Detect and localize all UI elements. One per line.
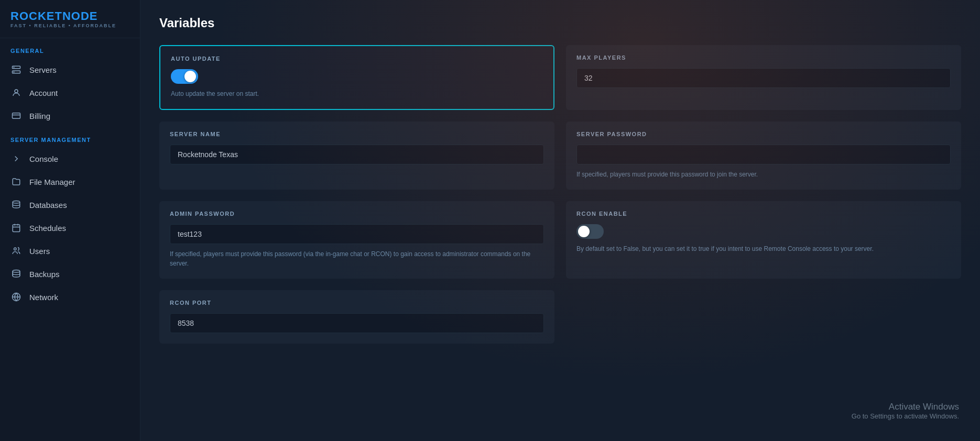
svg-rect-5 (13, 113, 20, 119)
server-password-description: If specified, players must provide this … (576, 170, 951, 179)
logo-prefix: ROCKET (10, 9, 62, 23)
sidebar-backups-label: Backups (29, 270, 60, 279)
server-name-label: SERVER NAME (170, 131, 544, 137)
rcon-enable-toggle-container (576, 224, 951, 239)
server-name-input[interactable] (170, 145, 544, 164)
section-label-general: GENERAL (0, 38, 140, 58)
svg-point-12 (14, 248, 17, 250)
file-manager-icon (10, 177, 22, 186)
logo-tagline: FAST • RELIABLE • AFFORDABLE (10, 23, 129, 28)
auto-update-card: AUTO UPDATE Auto update the server on st… (159, 45, 554, 110)
main-content: Variables AUTO UPDATE Auto update the se… (140, 0, 980, 441)
admin-password-input[interactable] (170, 224, 544, 244)
logo-suffix: NODE (62, 9, 98, 23)
rcon-port-card: RCON PORT (159, 290, 554, 344)
servers-icon (10, 65, 22, 74)
sidebar-servers-label: Servers (29, 65, 57, 74)
sidebar-item-console[interactable]: Console (0, 147, 140, 170)
sidebar-item-databases[interactable]: Databases (0, 193, 140, 216)
sidebar-databases-label: Databases (29, 201, 67, 210)
max-players-input[interactable] (576, 68, 951, 88)
toggle-thumb-on (184, 71, 196, 82)
sidebar-item-network[interactable]: Network (0, 285, 140, 308)
admin-password-description: If specified, players must provide this … (170, 249, 544, 268)
sidebar-billing-label: Billing (29, 112, 50, 120)
logo-brand: ROCKETNODE (10, 9, 129, 23)
svg-point-7 (13, 201, 20, 204)
console-icon (10, 154, 22, 163)
activate-windows-notice: Activate Windows Go to Settings to activ… (852, 402, 959, 420)
auto-update-description: Auto update the server on start. (171, 89, 543, 98)
sidebar-users-label: Users (29, 247, 50, 256)
server-password-card: SERVER PASSWORD If specified, players mu… (566, 122, 961, 190)
billing-icon (10, 111, 22, 120)
logo: ROCKETNODE FAST • RELIABLE • AFFORDABLE (0, 0, 140, 38)
rcon-enable-description: By default set to False, but you can set… (576, 244, 951, 253)
sidebar: ROCKETNODE FAST • RELIABLE • AFFORDABLE … (0, 0, 140, 441)
sidebar-network-label: Network (29, 293, 58, 302)
admin-password-card: ADMIN PASSWORD If specified, players mus… (159, 201, 554, 279)
rcon-enable-toggle[interactable] (576, 224, 604, 239)
variables-grid: AUTO UPDATE Auto update the server on st… (159, 45, 961, 344)
rcon-enable-label: RCON ENABLE (576, 211, 951, 217)
sidebar-item-users[interactable]: Users (0, 239, 140, 262)
admin-password-label: ADMIN PASSWORD (170, 211, 544, 217)
databases-icon (10, 200, 22, 210)
max-players-card: MAX PLAYERS (566, 45, 961, 110)
sidebar-item-file-manager[interactable]: File Manager (0, 170, 140, 193)
sidebar-console-label: Console (29, 155, 58, 163)
sidebar-file-manager-label: File Manager (29, 178, 75, 186)
sidebar-item-backups[interactable]: Backups (0, 262, 140, 285)
auto-update-label: AUTO UPDATE (171, 56, 543, 62)
server-password-input[interactable] (576, 145, 951, 164)
sidebar-item-schedules[interactable]: Schedules (0, 216, 140, 239)
svg-point-13 (13, 270, 20, 273)
sidebar-schedules-label: Schedules (29, 224, 66, 233)
rcon-port-label: RCON PORT (170, 300, 544, 306)
sidebar-item-servers[interactable]: Servers (0, 58, 140, 81)
auto-update-toggle[interactable] (171, 69, 198, 84)
network-icon (10, 292, 22, 302)
activate-windows-subtitle: Go to Settings to activate Windows. (852, 412, 959, 420)
toggle-thumb-off (578, 226, 590, 237)
svg-point-4 (15, 90, 18, 93)
max-players-label: MAX PLAYERS (576, 54, 951, 61)
sidebar-item-billing[interactable]: Billing (0, 104, 140, 127)
activate-windows-title: Activate Windows (852, 402, 959, 412)
sidebar-account-label: Account (29, 89, 58, 97)
page-title: Variables (159, 16, 961, 30)
users-icon (10, 246, 22, 256)
server-password-label: SERVER PASSWORD (576, 131, 951, 137)
svg-rect-8 (13, 225, 20, 232)
rcon-enable-card: RCON ENABLE By default set to False, but… (566, 201, 961, 279)
rcon-port-input[interactable] (170, 313, 544, 333)
server-name-card: SERVER NAME (159, 122, 554, 190)
account-icon (10, 88, 22, 97)
section-label-server-management: SERVER MANAGEMENT (0, 127, 140, 147)
schedules-icon (10, 223, 22, 233)
sidebar-item-account[interactable]: Account (0, 81, 140, 104)
auto-update-toggle-container (171, 69, 543, 84)
backups-icon (10, 269, 22, 279)
